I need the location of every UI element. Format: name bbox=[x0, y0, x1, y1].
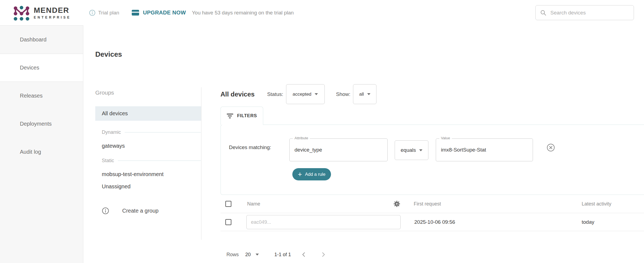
filters-panel: Devices matching: Attribute device_type … bbox=[220, 125, 644, 195]
group-section-label: Static bbox=[95, 158, 114, 164]
plus-icon: + bbox=[298, 171, 302, 178]
group-item-mobsup-test-environment[interactable]: mobsup-test-environment bbox=[95, 171, 201, 177]
group-item-all-devices[interactable]: All devices bbox=[95, 106, 201, 121]
filters-tab[interactable]: FILTERS bbox=[220, 107, 263, 125]
status-select[interactable]: accepted bbox=[286, 84, 325, 104]
trial-plan-indicator: Trial plan bbox=[89, 10, 119, 16]
info-icon bbox=[102, 207, 109, 214]
add-rule-label: Add a rule bbox=[305, 172, 325, 177]
main-sidebar: Dashboard Devices Releases Deployments A… bbox=[0, 25, 83, 263]
section-divider bbox=[118, 161, 201, 161]
device-name-input[interactable] bbox=[246, 215, 401, 229]
upgrade-now-button[interactable]: UPGRADE NOW bbox=[132, 10, 186, 16]
attribute-field[interactable]: Attribute device_type bbox=[289, 138, 388, 161]
group-item-gateways[interactable]: gateways bbox=[95, 143, 201, 149]
previous-page-icon[interactable] bbox=[301, 252, 307, 258]
sidebar-item-releases[interactable]: Releases bbox=[0, 82, 83, 110]
table-row[interactable]: 2025-10-06 09:56 today bbox=[220, 213, 644, 231]
attribute-field-label: Attribute bbox=[293, 136, 310, 140]
mender-logo[interactable]: MENDER ENTERPRISE bbox=[13, 5, 71, 21]
group-section-label: Dynamic bbox=[95, 129, 121, 135]
column-header-first-request[interactable]: First request bbox=[414, 201, 441, 207]
sidebar-item-devices[interactable]: Devices bbox=[0, 54, 83, 82]
column-settings-gear-icon[interactable] bbox=[393, 200, 400, 207]
top-header: MENDER ENTERPRISE Trial plan UPGRADE NOW… bbox=[0, 0, 644, 25]
group-section-dynamic: Dynamic bbox=[95, 129, 201, 135]
row-checkbox[interactable] bbox=[225, 219, 231, 225]
devices-table: Name First request Latest activity bbox=[220, 195, 644, 231]
create-group-label: Create a group bbox=[122, 208, 158, 214]
rows-per-page-select[interactable]: 20 bbox=[245, 252, 259, 258]
sidebar-item-dashboard[interactable]: Dashboard bbox=[0, 26, 83, 54]
operator-select[interactable]: equals bbox=[395, 140, 428, 160]
rows-label: Rows bbox=[226, 252, 239, 258]
sidebar-item-deployments[interactable]: Deployments bbox=[0, 110, 83, 138]
groups-title: Groups bbox=[95, 87, 201, 96]
rows-per-page-value: 20 bbox=[245, 252, 251, 258]
page-title: Devices bbox=[95, 50, 122, 59]
create-group-button[interactable]: Create a group bbox=[95, 207, 158, 214]
cell-first-request: 2025-10-06 09:56 bbox=[414, 219, 455, 225]
show-label: Show: bbox=[336, 91, 351, 97]
value-field-label: Value bbox=[439, 136, 452, 140]
pagination: Rows 20 1-1 of 1 bbox=[220, 247, 411, 262]
group-item-unassigned[interactable]: Unassigned bbox=[95, 183, 201, 190]
groups-panel: Groups All devices Dynamic gateways Stat… bbox=[95, 87, 201, 240]
trial-remaining-text: You have 53 days remaining on the trial … bbox=[192, 10, 294, 16]
add-rule-button[interactable]: + Add a rule bbox=[292, 168, 331, 180]
column-header-name[interactable]: Name bbox=[247, 201, 260, 207]
value-field[interactable]: Value imx8-SortSupe-Stat bbox=[436, 138, 533, 161]
filters-tab-label: FILTERS bbox=[237, 113, 257, 119]
sidebar-item-audit-log[interactable]: Audit log bbox=[0, 138, 83, 166]
chevron-down-icon bbox=[367, 93, 370, 95]
devices-toolbar: All devices Status: accepted Show: all bbox=[220, 84, 376, 104]
show-select-value: all bbox=[359, 92, 364, 97]
info-icon bbox=[89, 10, 96, 16]
devices-matching-label: Devices matching: bbox=[229, 144, 271, 150]
operator-select-value: equals bbox=[401, 147, 416, 153]
select-all-checkbox[interactable] bbox=[225, 201, 231, 207]
upgrade-now-label: UPGRADE NOW bbox=[143, 10, 186, 16]
clear-filter-icon[interactable] bbox=[547, 143, 555, 152]
search-input[interactable] bbox=[550, 10, 629, 16]
attribute-field-value: device_type bbox=[295, 147, 322, 153]
show-select[interactable]: all bbox=[353, 84, 376, 104]
logo-title: MENDER bbox=[34, 7, 71, 14]
trial-plan-label: Trial plan bbox=[98, 10, 119, 16]
logo-subtitle: ENTERPRISE bbox=[34, 16, 71, 19]
section-divider bbox=[125, 132, 201, 132]
next-page-icon[interactable] bbox=[320, 252, 326, 258]
filter-icon bbox=[227, 114, 233, 118]
column-header-latest-activity[interactable]: Latest activity bbox=[582, 201, 611, 207]
chevron-down-icon bbox=[315, 93, 318, 95]
value-field-value: imx8-SortSupe-Stat bbox=[441, 147, 486, 153]
group-section-static: Static bbox=[95, 158, 201, 164]
search-icon bbox=[540, 10, 547, 16]
mender-logo-icon bbox=[13, 5, 30, 21]
credit-card-icon bbox=[132, 10, 139, 16]
pagination-range: 1-1 of 1 bbox=[274, 252, 291, 258]
cell-latest-activity: today bbox=[582, 219, 594, 225]
table-header-row: Name First request Latest activity bbox=[220, 195, 644, 213]
chevron-down-icon bbox=[419, 149, 422, 151]
device-search[interactable] bbox=[535, 5, 634, 20]
status-select-value: accepted bbox=[293, 92, 311, 97]
all-devices-heading: All devices bbox=[220, 90, 254, 98]
chevron-down-icon bbox=[256, 254, 259, 256]
status-label: Status: bbox=[267, 91, 283, 97]
